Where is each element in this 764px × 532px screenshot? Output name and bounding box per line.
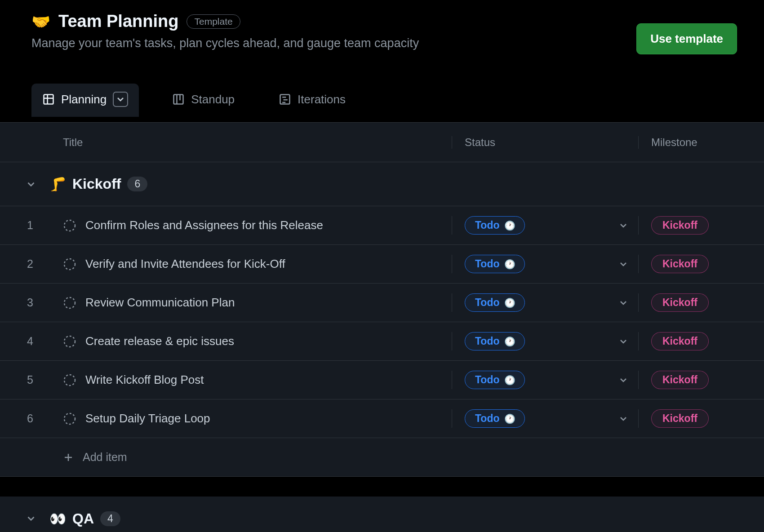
status-pill[interactable]: Todo🕐: [465, 371, 525, 389]
status-pill[interactable]: Todo🕐: [465, 332, 525, 350]
table-row[interactable]: 2 Verify and Invite Attendees for Kick-O…: [0, 245, 764, 284]
row-index: 3: [27, 296, 33, 309]
status-dropdown-caret-icon[interactable]: [619, 416, 627, 421]
svg-point-10: [64, 220, 75, 231]
svg-rect-3: [174, 95, 183, 104]
tab-label: Iterations: [298, 93, 346, 106]
svg-point-15: [64, 413, 75, 424]
group-count-badge: 6: [127, 177, 147, 191]
column-header-title[interactable]: Title: [0, 136, 452, 149]
group-header-qa[interactable]: 👀 QA 4: [0, 497, 764, 532]
tab-label: Standup: [191, 93, 235, 106]
svg-point-11: [64, 259, 75, 270]
table-row[interactable]: 6 Setup Daily Triage Loop Todo🕐 Kickoff: [0, 399, 764, 438]
clock-icon: 🕐: [504, 375, 515, 386]
item-title[interactable]: Setup Daily Triage Loop: [85, 412, 210, 426]
item-title[interactable]: Write Kickoff Blog Post: [85, 373, 204, 387]
group-title: 🦵 Kickoff 6: [49, 176, 147, 192]
add-item-button[interactable]: Add item: [0, 438, 764, 477]
tab-iterations[interactable]: Iterations: [268, 84, 356, 116]
table-row[interactable]: 5 Write Kickoff Blog Post Todo🕐 Kickoff: [0, 361, 764, 399]
column-header-milestone[interactable]: Milestone: [638, 136, 764, 149]
clock-icon: 🕐: [504, 413, 515, 424]
board-icon: [172, 93, 185, 106]
view-tabs: Planning Standup Iterations: [31, 84, 356, 117]
milestone-pill[interactable]: Kickoff: [651, 409, 709, 428]
milestone-pill[interactable]: Kickoff: [651, 371, 709, 389]
milestone-pill[interactable]: Kickoff: [651, 216, 709, 235]
clock-icon: 🕐: [504, 297, 515, 308]
group-title: 👀 QA 4: [49, 510, 120, 527]
item-title[interactable]: Confirm Roles and Assignees for this Rel…: [85, 218, 323, 232]
row-index: 2: [27, 257, 33, 270]
chevron-down-icon: [25, 178, 37, 190]
table-row[interactable]: 1 Confirm Roles and Assignees for this R…: [0, 206, 764, 245]
group-count-badge: 4: [100, 511, 120, 526]
tab-label: Planning: [61, 93, 107, 106]
page-subtitle: Manage your team's tasks, plan cycles ah…: [31, 36, 419, 50]
draft-issue-icon: [63, 373, 76, 387]
item-title[interactable]: Verify and Invite Attendees for Kick-Off: [85, 257, 285, 271]
clock-icon: 🕐: [504, 259, 515, 270]
tab-planning[interactable]: Planning: [31, 84, 139, 117]
status-pill[interactable]: Todo🕐: [465, 293, 525, 312]
title-emoji-icon: 🤝: [31, 14, 50, 29]
item-title[interactable]: Review Communication Plan: [85, 296, 235, 310]
use-template-button[interactable]: Use template: [636, 23, 737, 54]
column-header-status[interactable]: Status: [452, 136, 638, 149]
draft-issue-icon: [63, 219, 76, 232]
status-dropdown-caret-icon[interactable]: [619, 339, 627, 344]
column-header-row: Title Status Milestone: [0, 123, 764, 162]
status-pill[interactable]: Todo 🕐: [465, 216, 525, 235]
table-icon: [42, 93, 55, 106]
status-label: Todo: [475, 219, 500, 231]
plus-icon: [63, 452, 74, 463]
svg-rect-0: [44, 95, 53, 104]
group-emoji-icon: 👀: [49, 511, 66, 527]
svg-point-13: [64, 336, 75, 347]
svg-point-14: [64, 375, 75, 386]
row-index: 1: [27, 219, 33, 232]
planning-table: Title Status Milestone 🦵 Kickoff 6 1 Con…: [0, 122, 764, 532]
status-dropdown-caret-icon[interactable]: [619, 300, 627, 306]
row-index: 4: [27, 335, 33, 348]
status-dropdown-caret-icon[interactable]: [619, 223, 627, 228]
page-title-row: 🤝 Team Planning Template: [31, 12, 419, 31]
milestone-pill[interactable]: Kickoff: [651, 293, 709, 312]
add-item-label: Add item: [83, 451, 127, 464]
clock-icon: 🕐: [504, 220, 515, 231]
page-title: Team Planning: [58, 12, 178, 31]
draft-issue-icon: [63, 412, 76, 426]
status-dropdown-caret-icon[interactable]: [619, 262, 627, 267]
row-index: 6: [27, 412, 33, 425]
draft-issue-icon: [63, 296, 76, 310]
roadmap-icon: [279, 93, 291, 106]
clock-icon: 🕐: [504, 336, 515, 347]
status-dropdown-caret-icon[interactable]: [619, 377, 627, 383]
milestone-pill[interactable]: Kickoff: [651, 332, 709, 350]
milestone-pill[interactable]: Kickoff: [651, 255, 709, 273]
table-row[interactable]: 3 Review Communication Plan Todo🕐 Kickof…: [0, 284, 764, 322]
template-badge: Template: [187, 14, 240, 29]
draft-issue-icon: [63, 257, 76, 271]
status-pill[interactable]: Todo🕐: [465, 409, 525, 428]
table-row[interactable]: 4 Create release & epic issues Todo🕐 Kic…: [0, 322, 764, 361]
group-header-kickoff[interactable]: 🦵 Kickoff 6: [0, 162, 764, 206]
tab-standup[interactable]: Standup: [161, 84, 245, 116]
draft-issue-icon: [63, 335, 76, 348]
item-title[interactable]: Create release & epic issues: [85, 334, 234, 348]
group-title-text: Kickoff: [72, 176, 121, 192]
tab-options-dropdown[interactable]: [113, 92, 128, 107]
chevron-down-icon: [25, 513, 37, 524]
svg-point-12: [64, 297, 75, 308]
group-title-text: QA: [72, 510, 94, 527]
status-pill[interactable]: Todo🕐: [465, 255, 525, 273]
group-separator: [0, 477, 764, 497]
row-index: 5: [27, 373, 33, 386]
group-emoji-icon: 🦵: [49, 176, 66, 192]
